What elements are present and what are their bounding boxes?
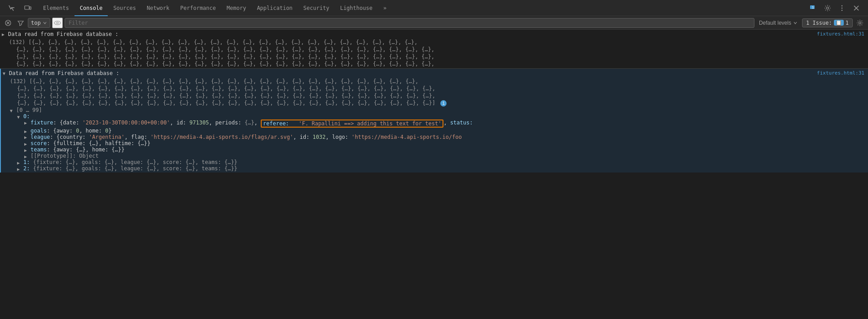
prototype-row[interactable]: [[Prototype]]: Object bbox=[1, 153, 868, 159]
referee-key: referee: bbox=[263, 120, 289, 127]
notifications-icon[interactable]: 1 bbox=[807, 2, 820, 14]
issues-badge[interactable]: 1 Issue: 📋 1 bbox=[802, 18, 853, 27]
close-icon[interactable] bbox=[850, 2, 863, 14]
league-expand[interactable] bbox=[24, 135, 31, 140]
goals-home: 0 bbox=[105, 128, 108, 134]
svg-rect-0 bbox=[25, 6, 29, 9]
objects-row-2c: {…}, {…}, {…}, {…}, {…}, {…}, {…}, {…}, … bbox=[17, 93, 435, 99]
svg-point-9 bbox=[54, 21, 61, 25]
tab-sources[interactable]: Sources bbox=[108, 0, 141, 16]
devtools-tabbar: Elements Console Sources Network Perform… bbox=[0, 0, 868, 16]
objects-row-1b: {…}, {…}, {…}, {…}, {…}, {…}, {…}, {…}, … bbox=[16, 46, 434, 53]
default-levels-label: Default levels bbox=[759, 20, 791, 26]
issue-count: 1 bbox=[846, 20, 849, 26]
item-1-row[interactable]: 1: {fixture: {…}, goals: {…}, league: {…… bbox=[1, 159, 868, 165]
objects-row-1d: {…}, {…}, {…}, {…}, {…}, {…}, {…}, {…}, … bbox=[16, 61, 434, 67]
svg-point-5 bbox=[842, 5, 842, 6]
teams-key: teams bbox=[31, 146, 47, 153]
item-1-label: 1: bbox=[23, 159, 30, 165]
item-2-label: 2: bbox=[23, 165, 30, 172]
range-label: [0 … 99] bbox=[16, 107, 42, 113]
log-objects-2d: {…}, {…}, {…}, {…}, {…}, {…}, {…}, {…}, … bbox=[1, 99, 868, 106]
score-val: {fulltime: {…}, halftime: {…}} bbox=[53, 140, 151, 146]
log-objects-1d: {…}, {…}, {…}, {…}, {…}, {…}, {…}, {…}, … bbox=[0, 60, 868, 67]
tab-console[interactable]: Console bbox=[75, 0, 108, 16]
prototype-expand[interactable] bbox=[24, 154, 31, 159]
league-logo: 'https://media-4.api-sports.io/foo bbox=[351, 134, 462, 140]
log-objects-1: (132) [{…}, {…}, {…}, {…}, {…}, {…}, {…}… bbox=[0, 39, 868, 46]
log-objects-1b: {…}, {…}, {…}, {…}, {…}, {…}, {…}, {…}, … bbox=[0, 46, 868, 53]
svg-text:1: 1 bbox=[812, 6, 814, 9]
more-options-icon[interactable] bbox=[836, 2, 848, 14]
svg-point-10 bbox=[57, 22, 58, 24]
teams-row[interactable]: teams : {away: {…}, home: {…}} bbox=[1, 146, 868, 153]
teams-val: {away: {…}, home: {…}} bbox=[53, 146, 125, 153]
clear-console-icon[interactable] bbox=[3, 18, 13, 28]
item-0-row[interactable]: 0: bbox=[1, 113, 868, 120]
log-header-2[interactable]: Data read from Firebase database : fixtu… bbox=[1, 70, 868, 78]
goals-key: goals bbox=[31, 128, 47, 134]
filter-input[interactable] bbox=[65, 18, 754, 28]
eye-icon[interactable] bbox=[52, 18, 63, 28]
score-row[interactable]: score : {fulltime: {…}, halftime: {…}} bbox=[1, 140, 868, 146]
expand-arrow-1[interactable] bbox=[2, 32, 8, 37]
settings-icon[interactable] bbox=[821, 2, 834, 14]
item-0-expand[interactable] bbox=[17, 115, 23, 120]
goals-row[interactable]: goals : {away: 0 , home: 0 } bbox=[1, 128, 868, 134]
context-label: top bbox=[31, 20, 41, 26]
league-country: 'Argentina' bbox=[89, 134, 124, 140]
console-content[interactable]: Data read from Firebase database : fixtu… bbox=[0, 30, 868, 319]
objects-row-1a: (132) [{…}, {…}, {…}, {…}, {…}, {…}, {…}… bbox=[9, 39, 417, 45]
tab-elements[interactable]: Elements bbox=[38, 0, 75, 16]
fixture-expand[interactable] bbox=[24, 120, 31, 125]
log-block-2: Data read from Firebase database : fixtu… bbox=[0, 69, 868, 173]
expand-arrow-2[interactable] bbox=[3, 71, 9, 76]
info-icon[interactable]: i bbox=[440, 100, 447, 106]
tab-memory[interactable]: Memory bbox=[221, 0, 251, 16]
teams-expand[interactable] bbox=[24, 148, 31, 153]
fixture-date: '2023-10-30T00:00:00+00:00' bbox=[83, 120, 170, 126]
svg-rect-1 bbox=[30, 7, 31, 9]
log-objects-2c: {…}, {…}, {…}, {…}, {…}, {…}, {…}, {…}, … bbox=[1, 92, 868, 99]
league-id: 1032 bbox=[313, 134, 326, 140]
tab-security[interactable]: Security bbox=[298, 0, 335, 16]
item-2-row[interactable]: 2: {fixture: {…}, goals: {…}, league: {…… bbox=[1, 165, 868, 172]
item-2-expand[interactable] bbox=[17, 167, 23, 172]
range-row[interactable]: [0 … 99] bbox=[1, 106, 868, 113]
referee-highlight: referee: 'F. Rapallini ==> adding this t… bbox=[261, 120, 443, 128]
objects-row-2b: {…}, {…}, {…}, {…}, {…}, {…}, {…}, {…}, … bbox=[17, 85, 435, 92]
league-row[interactable]: league : {country: 'Argentina' , flag: '… bbox=[1, 134, 868, 140]
log-objects-2b: {…}, {…}, {…}, {…}, {…}, {…}, {…}, {…}, … bbox=[1, 85, 868, 92]
inspect-icon[interactable] bbox=[5, 2, 18, 14]
devtools-right-icons: 1 bbox=[803, 2, 866, 14]
goals-expand[interactable] bbox=[24, 129, 31, 134]
tab-performance[interactable]: Performance bbox=[175, 0, 221, 16]
default-levels-button[interactable]: Default levels bbox=[756, 19, 800, 27]
goals-away: 0 bbox=[76, 128, 79, 134]
tab-more[interactable]: » bbox=[378, 0, 392, 16]
item-0-label: 0: bbox=[23, 113, 30, 120]
log-header-1[interactable]: Data read from Firebase database : fixtu… bbox=[0, 31, 868, 39]
tab-application[interactable]: Application bbox=[251, 0, 298, 16]
context-selector[interactable]: top bbox=[28, 18, 50, 28]
fixture-row[interactable]: fixture : {date: '2023-10-30T00:00:00+00… bbox=[1, 120, 868, 128]
filter-icon[interactable] bbox=[15, 18, 26, 28]
score-expand[interactable] bbox=[24, 142, 31, 146]
log-message-1: Data read from Firebase database : bbox=[8, 31, 118, 37]
tab-lighthouse[interactable]: Lighthouse bbox=[335, 0, 378, 16]
devtools-left-icons bbox=[2, 2, 38, 14]
source-link-2[interactable]: fixtures.html:31 bbox=[813, 70, 864, 76]
source-link-1[interactable]: fixtures.html:31 bbox=[813, 31, 864, 37]
issue-icon: 📋 bbox=[834, 20, 844, 26]
log-objects-1c: {…}, {…}, {…}, {…}, {…}, {…}, {…}, {…}, … bbox=[0, 53, 868, 60]
objects-row-1c: {…}, {…}, {…}, {…}, {…}, {…}, {…}, {…}, … bbox=[16, 53, 434, 60]
item-2-val: {fixture: {…}, goals: {…}, league: {…}, … bbox=[33, 165, 237, 172]
item-1-expand[interactable] bbox=[17, 160, 23, 165]
fixture-id: 971305 bbox=[189, 120, 209, 126]
console-settings-icon[interactable] bbox=[855, 18, 865, 28]
league-key: league bbox=[31, 134, 50, 140]
tab-network[interactable]: Network bbox=[141, 0, 175, 16]
svg-point-6 bbox=[842, 7, 842, 8]
device-toggle-icon[interactable] bbox=[22, 2, 34, 14]
range-expand-arrow[interactable] bbox=[10, 108, 16, 113]
